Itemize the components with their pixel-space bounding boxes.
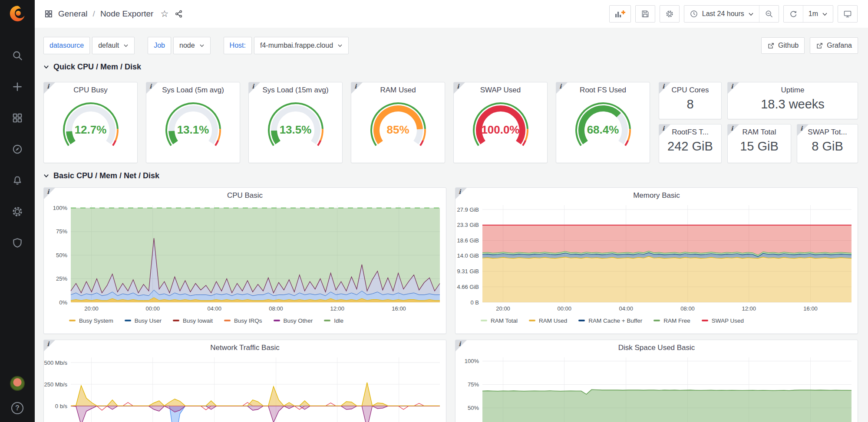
panel-title[interactable]: Sys Load (5m avg) <box>146 82 240 95</box>
svg-text:0 B: 0 B <box>470 299 479 306</box>
panel-info-corner[interactable] <box>44 340 55 351</box>
panel-info-corner[interactable] <box>249 82 260 94</box>
breadcrumb-dashboard[interactable]: Node Exporter <box>100 9 154 19</box>
stat-value: 18.3 weeks <box>728 97 858 111</box>
panel-title[interactable]: Root FS Used <box>556 82 650 95</box>
info-icon: i <box>731 83 733 90</box>
legend-item[interactable]: Busy Iowait <box>173 317 213 324</box>
sidebar-item-configuration[interactable] <box>8 202 27 221</box>
legend-swatch <box>529 320 535 321</box>
panel-info-corner[interactable] <box>455 340 467 351</box>
legend-item[interactable]: RAM Total <box>481 317 518 324</box>
legend-label: Busy Iowait <box>183 317 213 324</box>
legend-item[interactable]: RAM Cache + Buffer <box>578 317 642 324</box>
chevron-down-icon <box>43 173 49 178</box>
refresh-group: 1m <box>783 5 833 23</box>
breadcrumb-folder[interactable]: General <box>58 9 88 19</box>
shield-icon <box>12 237 23 249</box>
main-area: General / Node Exporter ☆ <box>35 0 868 422</box>
legend-item[interactable]: RAM Used <box>529 317 567 324</box>
plus-icon <box>12 81 23 92</box>
panel-info-corner[interactable] <box>454 82 465 94</box>
panel-info-corner[interactable] <box>44 82 55 94</box>
legend-item[interactable]: Busy IRQs <box>224 317 262 324</box>
zoom-out-button[interactable] <box>759 6 779 22</box>
panel-info-corner[interactable] <box>351 82 363 94</box>
panel-info-corner[interactable] <box>659 82 670 94</box>
dashboard-settings-button[interactable] <box>660 5 680 23</box>
svg-text:75%: 75% <box>56 228 67 235</box>
sidebar-item-create[interactable] <box>8 77 27 96</box>
legend-item[interactable]: Busy User <box>125 317 162 324</box>
panel-title[interactable]: Sys Load (15m avg) <box>249 82 342 95</box>
add-panel-button[interactable] <box>609 5 631 23</box>
legend-item[interactable]: RAM Free <box>653 317 690 324</box>
cpu-basic-chart[interactable]: 0%25%50%75%100%20:0000:0004:0008:0012:00… <box>44 201 446 314</box>
panel-info-corner[interactable] <box>728 82 739 94</box>
stat-value: 8 <box>659 97 721 111</box>
variable-select-host[interactable]: f4-mumbai.frappe.cloud <box>254 37 349 54</box>
legend-item[interactable]: Busy Other <box>274 317 313 324</box>
info-icon: i <box>459 188 461 195</box>
sidebar-item-explore[interactable] <box>8 140 27 159</box>
panel-info-corner[interactable] <box>728 124 739 136</box>
panel-title[interactable]: SWAP Used <box>454 82 547 95</box>
panel-info-corner[interactable] <box>659 124 670 136</box>
variable-select-datasource[interactable]: default <box>92 37 135 54</box>
legend-item[interactable]: Idle <box>324 317 343 324</box>
top-navbar: General / Node Exporter ☆ <box>35 0 868 28</box>
refresh-interval-picker[interactable]: 1m <box>803 6 833 22</box>
memory-basic-chart[interactable]: 0 B4.66 GiB9.31 GiB14.0 GiB18.6 GiB23.3 … <box>455 201 858 314</box>
legend-item[interactable]: Busy System <box>69 317 113 324</box>
legend-item[interactable]: SWAP Used <box>702 317 744 324</box>
gauge-cpu-busy <box>54 96 128 149</box>
gauge-root-fs-used <box>566 96 640 149</box>
panel-title[interactable]: Disk Space Used Basic <box>455 340 858 352</box>
row-title: Quick CPU / Mem / Disk <box>53 62 141 72</box>
refresh-button[interactable] <box>784 6 803 22</box>
panel-title[interactable]: CPU Basic <box>44 188 446 200</box>
panel-info-corner[interactable] <box>455 188 467 199</box>
panel-info-corner[interactable] <box>44 188 55 199</box>
stat-value: 15 GiB <box>728 139 791 154</box>
panel-title[interactable]: Uptime <box>728 82 858 95</box>
share-icon[interactable] <box>175 10 183 18</box>
svg-text:16:00: 16:00 <box>392 305 406 312</box>
help-icon[interactable]: ? <box>11 402 23 414</box>
legend-swatch <box>125 320 131 321</box>
grafana-link-button[interactable]: Grafana <box>810 37 858 54</box>
svg-text:16:00: 16:00 <box>803 305 818 312</box>
chart-row-2: i Network Traffic Basic 500 Mb/s250 Mb/s… <box>43 340 858 422</box>
row-header-quick[interactable]: Quick CPU / Mem / Disk <box>43 60 858 73</box>
network-traffic-chart[interactable]: 500 Mb/s250 Mb/s0 b/s-250 Mb/s-500 Mb/s2… <box>44 353 446 422</box>
kiosk-mode-button[interactable] <box>838 5 858 23</box>
svg-text:25%: 25% <box>56 275 67 282</box>
svg-text:12:00: 12:00 <box>742 305 756 312</box>
sidebar-item-dashboards[interactable] <box>8 108 27 128</box>
row-header-basic[interactable]: Basic CPU / Mem / Net / Disk <box>43 169 858 182</box>
panel-info-corner[interactable] <box>797 124 809 136</box>
legend-label: Idle <box>334 317 343 324</box>
disk-space-chart[interactable]: 0%25%50%75%100%20:0000:0004:0008:0012:00… <box>455 353 858 422</box>
grafana-logo-icon[interactable] <box>8 4 27 23</box>
sidebar-item-server-admin[interactable] <box>8 233 27 252</box>
sidebar-item-search[interactable] <box>8 46 27 65</box>
save-dashboard-button[interactable] <box>635 5 655 23</box>
github-link-button[interactable]: Github <box>761 37 805 54</box>
svg-text:00:00: 00:00 <box>145 305 160 312</box>
panel-info-corner[interactable] <box>556 82 568 94</box>
variable-select-job[interactable]: node <box>173 37 211 54</box>
panel-title[interactable]: CPU Busy <box>44 82 137 95</box>
user-avatar[interactable] <box>10 376 25 391</box>
panel-info-corner[interactable] <box>146 82 158 94</box>
panel-sys-load-5m: i Sys Load (5m avg) 13.1% <box>146 82 240 163</box>
panel-root-fs-used: i Root FS Used 68.4% <box>556 82 650 163</box>
sidebar-item-alerting[interactable] <box>8 171 27 190</box>
panel-title[interactable]: Memory Basic <box>455 188 858 200</box>
time-range-picker[interactable]: Last 24 hours <box>684 6 759 22</box>
panel-title[interactable]: RAM Used <box>351 82 445 95</box>
panel-title[interactable]: Network Traffic Basic <box>44 340 446 352</box>
star-icon[interactable]: ☆ <box>160 9 168 19</box>
svg-text:23.3 GiB: 23.3 GiB <box>457 222 479 228</box>
save-icon <box>641 10 650 18</box>
